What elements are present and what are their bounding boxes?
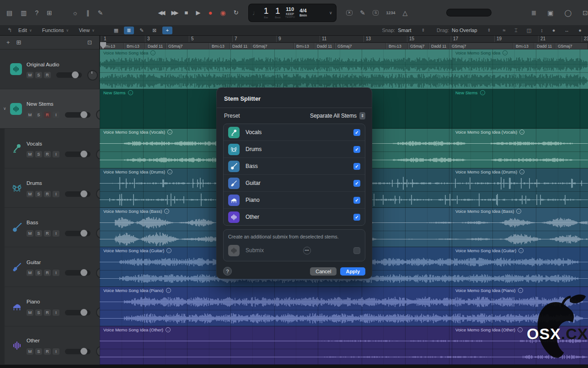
stem-checkbox-other[interactable]: ✓: [353, 214, 360, 221]
solo-mode-icon[interactable]: S: [373, 10, 379, 16]
pan-knob[interactable]: [87, 70, 98, 81]
toolbar-icon[interactable]: ⊞: [47, 10, 52, 16]
chord-marker[interactable]: G5maj7: [449, 43, 513, 49]
track-name[interactable]: Piano: [27, 299, 40, 304]
stem-row-vocals[interactable]: Vocals✓: [224, 124, 365, 141]
track-header-vocals[interactable]: VocalsMSRI: [0, 129, 100, 168]
track-name[interactable]: Drums: [27, 180, 42, 186]
track-header-original-audio[interactable]: Original AudioMSR: [0, 49, 100, 89]
stem-checkbox-guitar[interactable]: ✓: [353, 180, 360, 187]
volume-slider[interactable]: [65, 112, 91, 118]
record-enable-button[interactable]: R: [44, 112, 51, 118]
rewind-button[interactable]: ◀◀: [158, 9, 164, 16]
lcd-chevron-icon[interactable]: ∨: [329, 11, 332, 15]
apply-button[interactable]: Apply: [340, 267, 365, 276]
track-icon[interactable]: [10, 63, 22, 75]
mic-icon[interactable]: [11, 142, 23, 154]
pointer-tool-icon[interactable]: +: [162, 27, 172, 34]
chord-marker[interactable]: Dadd 11: [315, 43, 335, 49]
track-name[interactable]: Vocals: [27, 141, 42, 146]
region-other[interactable]: Voice Memo Song Idea (Other)~Voice Memo …: [100, 326, 588, 365]
grid-tool-icon[interactable]: ▦: [111, 27, 121, 34]
chord-marker[interactable]: Bm♭13: [294, 43, 314, 49]
track-header-options-icon[interactable]: ⊡: [87, 39, 92, 46]
record-enable-button[interactable]: R: [44, 309, 51, 316]
waveform-zoom-icon[interactable]: ≈: [502, 27, 505, 33]
horizontal-fit-icon[interactable]: ◫: [527, 27, 531, 33]
marquee-tool-icon[interactable]: ⊠: [150, 27, 160, 34]
guitar-icon[interactable]: [11, 261, 23, 273]
chord-track[interactable]: Bm♭13Bm♭13Dadd 11G5maj7Bm♭13Dadd 11G5maj…: [100, 43, 588, 49]
input-monitor-button[interactable]: I: [53, 230, 59, 237]
forward-button[interactable]: ▶▶: [171, 9, 177, 16]
region-piano[interactable]: Voice Memo Song Idea (Piano)~Voice Memo …: [100, 287, 588, 326]
metronome-icon[interactable]: △: [402, 10, 407, 16]
chord-marker[interactable]: G5maj7: [556, 43, 588, 49]
solo-button[interactable]: S: [35, 112, 42, 118]
list-editors-icon[interactable]: ≣: [531, 10, 537, 16]
track-name[interactable]: Bass: [27, 220, 38, 225]
horizontal-zoom-knob-icon[interactable]: ●: [578, 27, 582, 33]
vertical-zoom-icon[interactable]: ↕: [540, 27, 543, 33]
track-name[interactable]: Original Audio: [27, 62, 59, 67]
track-name[interactable]: Guitar: [27, 260, 41, 265]
input-monitor-button[interactable]: I: [53, 270, 59, 276]
volume-slider[interactable]: [65, 231, 91, 236]
volume-slider[interactable]: [65, 270, 91, 276]
stem-row-piano[interactable]: Piano✓: [224, 191, 365, 208]
mute-button[interactable]: M: [27, 270, 33, 276]
track-icon[interactable]: [10, 103, 22, 115]
input-monitor-button[interactable]: I: [53, 112, 59, 118]
volume-slider[interactable]: [65, 349, 91, 354]
back-icon[interactable]: ↰: [7, 27, 12, 33]
input-monitor-button[interactable]: I: [53, 348, 59, 355]
solo-button[interactable]: S: [35, 72, 42, 78]
stem-row-drums[interactable]: Drums✓: [224, 141, 365, 157]
mute-button[interactable]: M: [27, 112, 33, 118]
master-volume-slider[interactable]: [447, 9, 491, 16]
volume-slider[interactable]: [65, 191, 91, 197]
solo-button[interactable]: S: [35, 309, 42, 316]
record-enable-button[interactable]: R: [44, 72, 51, 78]
mute-button[interactable]: M: [27, 309, 33, 316]
drums-icon[interactable]: [11, 182, 23, 194]
vertical-auto-zoom-icon[interactable]: ⌶: [514, 27, 518, 33]
lcd-display[interactable]: ♩ 1Bar 1Beat 110 KEEP TEMPO 4/4 Bmin ∨: [249, 4, 336, 22]
chord-marker[interactable]: Dadd 11: [230, 43, 250, 49]
record-enable-button[interactable]: R: [44, 151, 51, 157]
stem-checkbox-piano[interactable]: ✓: [353, 197, 360, 204]
chord-marker[interactable]: Bm♭13: [386, 43, 407, 49]
volume-slider[interactable]: [56, 72, 82, 78]
menu-edit[interactable]: Edit∨: [18, 27, 32, 33]
track-header-bass[interactable]: BassMSRI: [0, 208, 100, 247]
chord-marker[interactable]: G5maj7: [408, 43, 428, 49]
mute-button[interactable]: M: [27, 72, 33, 78]
chord-marker[interactable]: Dadd 11: [145, 43, 166, 49]
solo-button[interactable]: S: [35, 230, 42, 237]
chord-marker[interactable]: Bm♭13: [209, 43, 230, 49]
pencil-icon[interactable]: ✎: [98, 10, 103, 16]
browsers-icon[interactable]: ⊡: [583, 10, 588, 16]
chord-marker[interactable]: Dadd 11: [535, 43, 555, 49]
list-tool-icon[interactable]: ≣: [124, 27, 134, 34]
solo-button[interactable]: S: [35, 151, 42, 157]
stem-checkbox-bass[interactable]: ✓: [353, 163, 360, 170]
mute-button[interactable]: M: [27, 191, 33, 197]
horizontal-zoom-icon[interactable]: ↔: [564, 27, 569, 33]
chord-marker[interactable]: G5maj7: [335, 43, 386, 49]
quick-help-icon[interactable]: ?: [35, 10, 38, 16]
chord-marker[interactable]: Dadd 11: [429, 43, 449, 49]
stem-checkbox-vocals[interactable]: ✓: [353, 129, 360, 136]
drag-dropdown[interactable]: Drag: No Overlap ⇕: [437, 27, 491, 33]
menu-view[interactable]: View∨: [79, 27, 95, 33]
chord-marker[interactable]: G5maj7: [166, 43, 209, 49]
cycle-button[interactable]: ↻: [234, 9, 239, 16]
duplicate-track-button[interactable]: ⊞: [16, 39, 21, 46]
tuner-icon[interactable]: ☼: [72, 10, 78, 16]
note-pads-icon[interactable]: ▣: [547, 10, 553, 16]
chord-marker[interactable]: Bm♭13: [513, 43, 534, 49]
stop-button[interactable]: ■: [185, 9, 188, 16]
stem-row-guitar[interactable]: Guitar✓: [224, 174, 365, 191]
volume-slider[interactable]: [65, 310, 91, 315]
play-button[interactable]: ▶: [196, 9, 200, 16]
